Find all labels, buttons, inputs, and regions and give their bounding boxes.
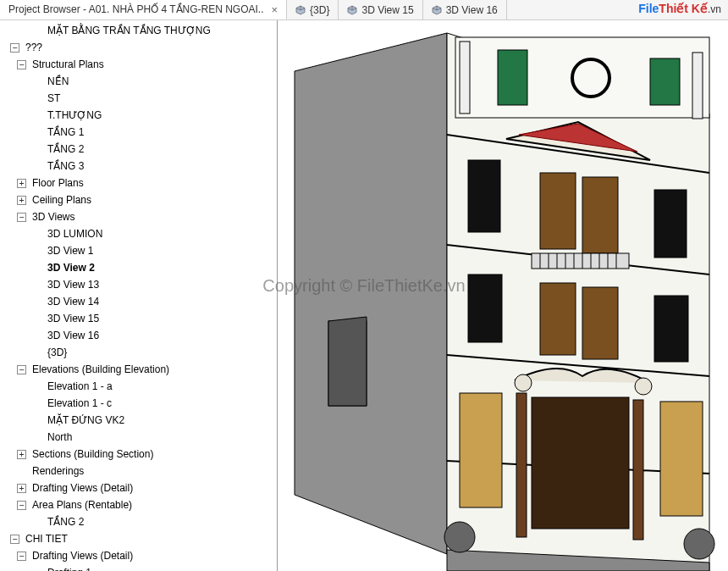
tree-item[interactable]: Drafting 1 — [47, 564, 91, 571]
tree-item[interactable]: {3D} — [47, 344, 67, 361]
svg-rect-32 — [654, 296, 688, 362]
expand-icon[interactable]: + — [17, 196, 26, 205]
panel-title-text: Project Browser - A01. NHÀ PHỐ 4 TẦNG-RE… — [8, 3, 264, 15]
svg-point-41 — [444, 522, 475, 552]
tree-group-structural[interactable]: Structural Plans — [32, 56, 104, 73]
svg-rect-16 — [582, 177, 618, 253]
tree-item[interactable]: TẦNG 3 — [47, 158, 84, 175]
svg-rect-18 — [532, 253, 629, 269]
svg-point-33 — [515, 374, 532, 391]
tree-group-3dviews[interactable]: 3D Views — [32, 208, 74, 225]
tree-group-renderings[interactable]: Renderings — [32, 463, 84, 480]
tree-group-drafting[interactable]: Drafting Views (Detail) — [32, 480, 133, 496]
tree-item[interactable]: 3D View 16 — [47, 327, 99, 344]
tree-item[interactable]: Elevation 1 - a — [47, 378, 113, 395]
svg-rect-37 — [532, 397, 629, 529]
svg-rect-5 — [692, 53, 703, 119]
svg-rect-17 — [654, 190, 687, 258]
tree-item-active[interactable]: 3D View 2 — [47, 259, 95, 276]
collapse-icon[interactable]: − — [17, 213, 26, 222]
svg-rect-29 — [468, 274, 502, 342]
tree-item[interactable]: North — [47, 429, 72, 446]
svg-rect-39 — [633, 400, 643, 540]
tree-item[interactable]: MẶT BẰNG TRẦN TẦNG THƯỢNG — [47, 22, 211, 39]
collapse-icon[interactable]: − — [17, 60, 26, 69]
brand-logo: FileThiết Kế.vn — [638, 2, 721, 15]
cube-icon — [432, 5, 442, 15]
svg-rect-7 — [650, 58, 680, 105]
tree-item[interactable]: 3D LUMION — [47, 225, 102, 242]
3d-viewport[interactable] — [278, 20, 728, 571]
svg-rect-14 — [468, 160, 500, 232]
project-tree[interactable]: MẶT BẰNG TRẦN TẦNG THƯỢNG −??? −Structur… — [0, 22, 277, 571]
expand-icon[interactable]: + — [17, 450, 26, 459]
tree-item[interactable]: TẦNG 1 — [47, 124, 84, 141]
panel-title-tab[interactable]: Project Browser - A01. NHÀ PHỐ 4 TẦNG-RE… — [0, 0, 287, 19]
collapse-icon[interactable]: − — [17, 552, 26, 561]
svg-rect-30 — [540, 283, 576, 355]
tree-group-areaplans[interactable]: Area Plans (Rentable) — [32, 496, 132, 513]
expand-icon[interactable]: + — [17, 179, 26, 188]
tree-item[interactable]: Elevation 1 - c — [47, 395, 112, 412]
tab-label: {3D} — [310, 4, 329, 16]
tree-item[interactable]: ST — [47, 90, 60, 107]
tree-group-ceiling[interactable]: Ceiling Plans — [32, 191, 91, 208]
tree-group-chitiet[interactable]: CHI TIET — [25, 530, 68, 547]
view-tab-15[interactable]: 3D View 15 — [339, 0, 422, 19]
tree-item[interactable]: NỀN — [47, 73, 69, 90]
collapse-icon[interactable]: − — [17, 501, 26, 510]
view-tab-3d[interactable]: {3D} — [287, 0, 339, 19]
tree-item[interactable]: 3D View 1 — [47, 242, 93, 259]
tree-group-drafting2[interactable]: Drafting Views (Detail) — [32, 547, 133, 564]
tree-item[interactable]: 3D View 15 — [47, 310, 99, 327]
cube-icon — [295, 5, 306, 15]
tree-group-elevations[interactable]: Elevations (Building Elevation) — [32, 361, 169, 378]
cube-icon — [347, 5, 357, 15]
collapse-icon[interactable]: − — [10, 535, 19, 544]
tree-group-floorplans[interactable]: Floor Plans — [32, 175, 84, 191]
tree-item[interactable]: T.THƯỢNG — [47, 107, 102, 124]
tab-label: 3D View 16 — [446, 4, 498, 16]
tabs-bar: Project Browser - A01. NHÀ PHỐ 4 TẦNG-RE… — [0, 0, 728, 20]
svg-point-34 — [635, 378, 652, 395]
svg-rect-15 — [540, 173, 576, 249]
svg-rect-38 — [516, 393, 527, 537]
svg-marker-0 — [295, 33, 447, 554]
close-icon[interactable]: × — [272, 3, 279, 16]
tree-item-unknown[interactable]: ??? — [25, 39, 42, 56]
project-browser-panel[interactable]: MẶT BẰNG TRẦN TẦNG THƯỢNG −??? −Structur… — [0, 20, 278, 571]
collapse-icon[interactable]: − — [10, 43, 19, 53]
tree-item[interactable]: TẦNG 2 — [47, 513, 84, 530]
tree-item[interactable]: TẦNG 2 — [47, 141, 84, 158]
building-3d-render — [278, 20, 728, 571]
svg-marker-44 — [328, 317, 367, 406]
svg-rect-6 — [498, 50, 527, 105]
svg-rect-35 — [460, 393, 502, 507]
svg-point-42 — [684, 529, 714, 559]
tree-item[interactable]: 3D View 14 — [47, 293, 99, 310]
tab-label: 3D View 15 — [361, 4, 413, 16]
tree-item[interactable]: 3D View 13 — [47, 276, 99, 293]
svg-rect-31 — [582, 287, 618, 359]
tree-item[interactable]: MẶT ĐỨNG VK2 — [47, 412, 124, 429]
expand-icon[interactable]: + — [17, 484, 26, 493]
tree-group-sections[interactable]: Sections (Building Section) — [32, 446, 153, 463]
collapse-icon[interactable]: − — [17, 365, 26, 374]
view-tab-16[interactable]: 3D View 16 — [423, 0, 507, 19]
svg-rect-4 — [460, 42, 470, 114]
svg-rect-36 — [660, 402, 703, 516]
